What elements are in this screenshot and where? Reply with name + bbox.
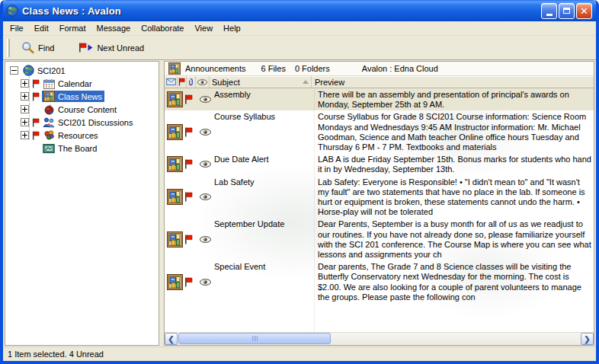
resources-icon bbox=[42, 129, 56, 141]
bulletin-icon bbox=[165, 231, 184, 247]
column-message-type[interactable] bbox=[165, 76, 178, 88]
flag-icon bbox=[178, 78, 185, 86]
eye-icon bbox=[198, 279, 213, 286]
tree-item-label: The Board bbox=[56, 143, 99, 154]
horizontal-scrollbar[interactable]: ❮ ❯ bbox=[165, 332, 594, 345]
eye-icon bbox=[198, 236, 213, 243]
server-location: Avalon : Edna Cloud bbox=[362, 64, 438, 73]
message-row-due-date-alert[interactable]: Due Date Alert LAB A is due Friday Septe… bbox=[165, 153, 594, 175]
tree-item-label: Class News bbox=[56, 91, 104, 102]
menu-help[interactable]: Help bbox=[218, 22, 246, 34]
column-read-status[interactable] bbox=[196, 76, 210, 88]
preview-header-label: Preview bbox=[315, 78, 344, 87]
find-button[interactable]: Find bbox=[14, 37, 61, 58]
paperclip-icon bbox=[188, 78, 194, 86]
tree-root-label: SCI201 bbox=[35, 65, 68, 76]
menu-bar: File Edit Format Message Collaborate Vie… bbox=[3, 21, 596, 36]
collapse-box-icon[interactable] bbox=[10, 66, 18, 75]
message-preview: Lab Safety: Everyone is Responsible! • "… bbox=[314, 176, 594, 219]
expand-box-icon[interactable] bbox=[21, 131, 29, 139]
column-flag[interactable] bbox=[178, 76, 187, 88]
toolbar-grip[interactable] bbox=[7, 39, 10, 57]
message-row-special-event[interactable]: Special Event Dear parents, The Grade 7 … bbox=[165, 260, 594, 303]
bulletin-icon bbox=[165, 156, 184, 172]
scrollbar-thumb[interactable] bbox=[178, 333, 331, 344]
flag-icon bbox=[184, 94, 195, 104]
find-label: Find bbox=[38, 43, 54, 53]
content-area: SCI201 Calendar Class News bbox=[3, 60, 596, 346]
column-subject[interactable]: Subject bbox=[210, 76, 312, 88]
expand-box-icon[interactable] bbox=[21, 118, 29, 126]
bulletin-icon bbox=[165, 124, 184, 140]
flag-icon bbox=[32, 92, 42, 101]
eye-icon bbox=[198, 161, 213, 168]
flag-icon bbox=[184, 277, 195, 287]
title-bar[interactable]: Class News : Avalon ✕ bbox=[3, 0, 596, 21]
close-button[interactable]: ✕ bbox=[576, 3, 592, 19]
next-unread-icon bbox=[78, 43, 93, 53]
tree-item-the-board[interactable]: The Board bbox=[5, 142, 159, 155]
status-text: 1 Item selected. 4 Unread bbox=[8, 350, 104, 359]
tree-connector-lines bbox=[29, 75, 30, 141]
subject-header-label: Subject bbox=[212, 78, 240, 87]
message-subject: September Update bbox=[213, 218, 314, 260]
next-unread-button[interactable]: Next Unread bbox=[72, 39, 151, 56]
search-icon bbox=[21, 41, 34, 54]
app-globe-icon bbox=[6, 5, 18, 17]
flag-icon bbox=[32, 118, 42, 127]
files-count: 6 Files bbox=[261, 64, 286, 73]
message-row-september-update[interactable]: September Update Dear Parents, September… bbox=[165, 218, 594, 260]
bulletin-icon bbox=[165, 91, 184, 107]
message-row-lab-safety[interactable]: Lab Safety Lab Safety: Everyone is Respo… bbox=[165, 176, 594, 219]
close-icon: ✕ bbox=[580, 6, 588, 16]
flag-icon bbox=[184, 235, 195, 244]
message-row-course-syllabus[interactable]: Course Syllabus Course Syllabus for Grad… bbox=[165, 110, 594, 153]
bulletin-icon bbox=[165, 274, 184, 290]
calendar-icon bbox=[42, 78, 56, 89]
class-news-icon bbox=[42, 91, 56, 102]
menu-collaborate[interactable]: Collaborate bbox=[136, 22, 189, 34]
scroll-right-arrow[interactable]: ❯ bbox=[581, 333, 594, 345]
eye-icon bbox=[197, 79, 207, 85]
status-bar: 1 Item selected. 4 Unread bbox=[3, 346, 596, 361]
menu-edit[interactable]: Edit bbox=[29, 22, 54, 34]
flag-icon bbox=[32, 79, 42, 88]
flag-icon bbox=[184, 192, 195, 202]
message-subject: Lab Safety bbox=[213, 176, 314, 219]
maximize-icon bbox=[563, 8, 570, 14]
menu-view[interactable]: View bbox=[189, 22, 218, 34]
flag-icon bbox=[184, 127, 195, 137]
menu-message[interactable]: Message bbox=[91, 22, 136, 34]
folders-count: 0 Folders bbox=[295, 64, 330, 73]
flag-icon bbox=[32, 131, 42, 140]
toolbar: Find Next Unread bbox=[3, 36, 596, 60]
window-title: Class News : Avalon bbox=[22, 5, 540, 17]
column-divider-line bbox=[314, 88, 315, 332]
message-row-assembly[interactable]: Assembly There will be an assembly and p… bbox=[165, 88, 594, 110]
folder-info-bar: Announcements 6 Files 0 Folders Avalon :… bbox=[165, 62, 594, 76]
expand-box-icon[interactable] bbox=[21, 92, 29, 101]
column-preview[interactable]: Preview bbox=[312, 76, 594, 88]
message-preview: Dear Parents, September is a busy month … bbox=[314, 218, 594, 260]
tree-item-label: Course Content bbox=[56, 104, 119, 115]
globe-icon bbox=[21, 65, 35, 76]
expand-box-icon[interactable] bbox=[21, 79, 29, 88]
message-list-panel: Announcements 6 Files 0 Folders Avalon :… bbox=[164, 61, 594, 346]
message-preview: Dear parents, The Grade 7 and 8 Science … bbox=[314, 260, 594, 303]
expand-box-icon[interactable] bbox=[21, 105, 29, 113]
eye-icon bbox=[198, 96, 213, 103]
minimize-button[interactable] bbox=[541, 3, 557, 19]
menu-format[interactable]: Format bbox=[54, 22, 91, 34]
column-attachment[interactable] bbox=[187, 76, 196, 88]
message-preview: Course Syllabus for Grade 8 SCI201 Cours… bbox=[314, 110, 594, 153]
eye-icon bbox=[198, 129, 213, 136]
folder-tree-panel: SCI201 Calendar Class News bbox=[5, 61, 159, 346]
tree-item-label: SCI201 Discussions bbox=[56, 117, 135, 128]
scrollbar-track[interactable] bbox=[178, 333, 581, 345]
tree-item-label: Calendar bbox=[56, 78, 94, 89]
message-preview: LAB A is due Friday September 15th. Bonu… bbox=[314, 153, 594, 175]
message-preview: There will be an assembly and presentati… bbox=[314, 88, 594, 110]
scroll-left-arrow[interactable]: ❮ bbox=[165, 333, 178, 345]
menu-file[interactable]: File bbox=[5, 22, 29, 34]
maximize-button[interactable] bbox=[559, 3, 575, 19]
